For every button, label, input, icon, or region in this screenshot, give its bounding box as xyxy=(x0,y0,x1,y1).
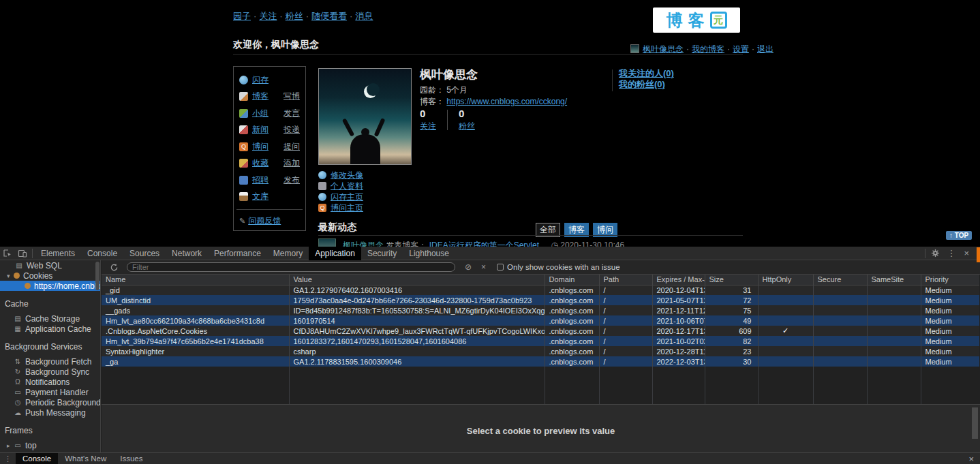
menu-link[interactable]: 招聘 xyxy=(252,174,269,186)
column-header[interactable]: Priority xyxy=(921,275,979,285)
device-toolbar-icon[interactable] xyxy=(15,247,30,260)
menu-link[interactable]: 闪存 xyxy=(252,74,269,86)
avatar-link[interactable]: 个人资料 xyxy=(331,181,363,192)
devtools-tab-lighthouse[interactable]: Lighthouse xyxy=(403,247,455,260)
menu-link[interactable]: 新闻 xyxy=(252,124,269,136)
table-row[interactable]: Hm_lvt_39b794a97f47c65b6b2e4e1741dcba381… xyxy=(102,336,979,346)
column-header[interactable]: Domain xyxy=(545,275,599,285)
drawer-menu-icon[interactable]: ⋮ xyxy=(0,454,16,463)
column-header[interactable]: SameSite xyxy=(867,275,921,285)
menu-link[interactable]: 文库 xyxy=(252,191,269,202)
column-header[interactable]: Path xyxy=(599,275,652,285)
card-icon: ▭ xyxy=(14,388,22,396)
sidebar-item-cookies[interactable]: ▾ Cookies xyxy=(0,270,100,281)
devtools-tab-console[interactable]: Console xyxy=(81,247,123,260)
blog-url-link[interactable]: https://www.cnblogs.com/cckong/ xyxy=(446,97,567,106)
filter-input[interactable] xyxy=(127,262,455,272)
column-header[interactable]: Size xyxy=(705,275,758,285)
following-link[interactable]: 关注 xyxy=(420,121,436,131)
table-row[interactable]: UM_distinctid1759d73ac0aa4e-0d247bb66e72… xyxy=(102,295,979,305)
followers-link[interactable]: 粉丝 xyxy=(459,121,475,131)
user-link[interactable]: 设置 xyxy=(733,44,749,54)
avatar-link[interactable]: 闪存主页 xyxy=(331,191,363,203)
drawer-tab-what-s-new[interactable]: What's New xyxy=(58,453,113,464)
sidebar-item-cookie-origin[interactable]: https://home.cnblogs.co xyxy=(0,281,100,291)
menu-action-link[interactable]: 发言 xyxy=(284,108,300,119)
settings-gear-icon[interactable] xyxy=(928,247,943,260)
menu-action-link[interactable]: 添加 xyxy=(284,157,300,169)
devtools-tab-elements[interactable]: Elements xyxy=(35,247,81,260)
sidebar-item-web-sql[interactable]: ▤ Web SQL xyxy=(0,260,100,270)
table-row[interactable]: SyntaxHighlightercsharp.cnblogs.com/2020… xyxy=(102,346,979,356)
table-row[interactable]: __gadsID=8d45b9912487f83b:T=1605530758:S… xyxy=(102,305,979,315)
chevron-down-icon[interactable]: ▾ xyxy=(7,273,14,279)
cnblogs-logo[interactable]: 博 客 元 xyxy=(653,7,740,33)
user-link[interactable]: 枫叶像思念 xyxy=(643,44,684,54)
column-header[interactable]: Secure xyxy=(813,275,867,285)
devtools-tab-performance[interactable]: Performance xyxy=(208,247,267,260)
overflow-menu-icon[interactable]: ⋮ xyxy=(943,248,960,258)
column-header[interactable]: Name xyxy=(102,275,289,285)
feedback-link[interactable]: 问题反馈 xyxy=(248,215,281,227)
drawer-close-icon[interactable]: × xyxy=(968,454,974,464)
user-link[interactable]: 我的博客 xyxy=(692,44,724,54)
inspect-element-icon[interactable] xyxy=(0,247,15,260)
table-row[interactable]: .Cnblogs.AspNetCore.CookiesCfDJ8AHUmC2Zw… xyxy=(102,326,979,336)
sidebar-item-frame-top[interactable]: ▸ ▭ top xyxy=(0,440,100,450)
menu-action-link[interactable]: 写博 xyxy=(284,91,300,102)
column-header[interactable]: HttpOnly xyxy=(758,275,813,285)
sidebar-item-periodic-background-sync[interactable]: ◷ Periodic Background Sync xyxy=(0,397,100,407)
back-to-top-button[interactable]: ↑ TOP xyxy=(946,231,972,240)
table-cell: Medium xyxy=(921,336,979,346)
sidebar-item-push-messaging[interactable]: ☁ Push Messaging xyxy=(0,407,100,418)
menu-link[interactable]: 博客 xyxy=(252,91,269,102)
devtools-tab-network[interactable]: Network xyxy=(166,247,208,260)
devtools-tab-sources[interactable]: Sources xyxy=(123,247,166,260)
follow-list-link[interactable]: 我的粉丝(0) xyxy=(619,79,674,90)
avatar-link[interactable]: 修改头像 xyxy=(331,170,363,181)
chevron-right-icon[interactable]: ▸ xyxy=(7,442,14,449)
menu-row: 文库 xyxy=(234,189,305,206)
sidebar-item-application-cache[interactable]: ▦ Application Cache xyxy=(0,324,100,334)
link-separator: · xyxy=(686,44,689,54)
menu-link[interactable]: 小组 xyxy=(252,108,269,119)
issue-filter-checkbox[interactable] xyxy=(497,264,504,270)
feed-thumbnail xyxy=(318,238,336,247)
follow-list-link[interactable]: 我关注的人(0) xyxy=(619,68,674,79)
table-cell: .cnblogs.com xyxy=(545,305,599,315)
devtools-tab-security[interactable]: Security xyxy=(361,247,403,260)
nav-link[interactable]: 粉丝 xyxy=(286,11,303,21)
delete-icon[interactable]: × xyxy=(481,262,486,272)
user-link[interactable]: 退出 xyxy=(757,44,774,54)
sidebar-item-background-fetch[interactable]: ⇅ Background Fetch xyxy=(0,356,100,367)
menu-action-link[interactable]: 发布 xyxy=(284,174,300,186)
menu-action-link[interactable]: 投递 xyxy=(284,124,300,136)
nav-link[interactable]: 关注 xyxy=(259,11,277,21)
table-cell: / xyxy=(599,326,652,336)
column-header[interactable]: Value xyxy=(289,275,545,285)
nav-link[interactable]: 消息 xyxy=(355,11,373,21)
table-row[interactable]: _gaGA1.2.1178831595.1600309046.cnblogs.c… xyxy=(102,356,979,367)
sidebar-item-cache-storage[interactable]: ▤ Cache Storage xyxy=(0,313,100,324)
sidebar-item-payment-handler[interactable]: ▭ Payment Handler xyxy=(0,387,100,397)
refresh-icon[interactable] xyxy=(106,260,121,274)
close-devtools-icon[interactable]: × xyxy=(960,248,973,258)
table-row[interactable]: _gidGA1.2.1279076402.1607003416.cnblogs.… xyxy=(102,285,979,295)
nav-link[interactable]: 随便看看 xyxy=(311,11,347,21)
clear-all-icon[interactable]: ⊘ xyxy=(465,262,472,272)
table-row[interactable]: Hm_lvt_ae80cc662109a34c868ba6cbe3431c8d1… xyxy=(102,315,979,326)
nav-link[interactable]: 园子 xyxy=(233,11,251,21)
sidebar-item-background-sync[interactable]: ↻ Background Sync xyxy=(0,367,100,377)
menu-link[interactable]: 博问 xyxy=(252,141,269,153)
sidebar-scrollbar[interactable] xyxy=(95,262,99,290)
sidebar-item-notifications[interactable]: Ω Notifications xyxy=(0,377,100,387)
menu-action-link[interactable]: 提问 xyxy=(284,141,300,153)
avatar-link[interactable]: 博问主页 xyxy=(331,202,363,214)
preview-scrollbar[interactable] xyxy=(972,407,978,439)
devtools-tab-memory[interactable]: Memory xyxy=(267,247,309,260)
column-header[interactable]: Expires / Max-A... xyxy=(652,275,705,285)
drawer-tab-issues[interactable]: Issues xyxy=(113,453,149,464)
drawer-tab-console[interactable]: Console xyxy=(16,453,58,464)
devtools-tab-application[interactable]: Application xyxy=(309,247,361,260)
menu-link[interactable]: 收藏 xyxy=(252,157,269,169)
